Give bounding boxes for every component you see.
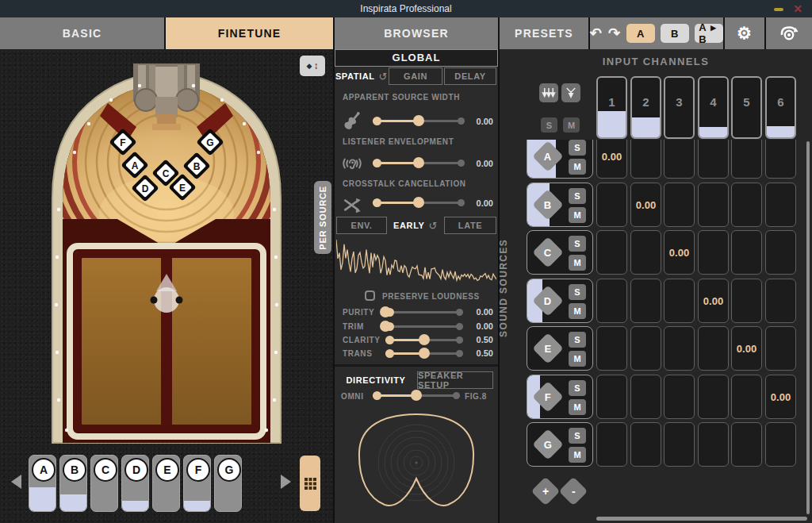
matrix-cell[interactable]: [664, 326, 695, 371]
slider-thumb[interactable]: [413, 157, 424, 168]
source-selector-card[interactable]: G: [214, 455, 242, 512]
slider-thumb[interactable]: [419, 334, 430, 345]
mute-button[interactable]: M: [569, 255, 586, 271]
tab-speaker-setup[interactable]: SPEAKER SETUP: [417, 371, 493, 389]
matrix-cell[interactable]: 0.00: [765, 375, 796, 419]
matrix-cell[interactable]: [664, 140, 695, 179]
per-source-tab[interactable]: PER SOURCE: [314, 181, 331, 254]
matrix-cell[interactable]: [731, 183, 762, 227]
matrix-cell[interactable]: 0.00: [698, 279, 729, 323]
crosstalk-slider[interactable]: [373, 196, 465, 209]
tab-env[interactable]: ENV.: [336, 217, 387, 234]
matrix-cell[interactable]: [698, 422, 729, 467]
mute-button[interactable]: M: [569, 207, 586, 223]
matrix-cell[interactable]: [765, 326, 796, 371]
source-card[interactable]: GSM: [527, 422, 593, 467]
matrix-cell[interactable]: [698, 230, 729, 275]
matrix-cell[interactable]: [765, 230, 796, 275]
matrix-cell[interactable]: [664, 422, 695, 467]
mute-button[interactable]: M: [569, 159, 586, 175]
copy-a-to-b-button[interactable]: A ▸ B: [695, 24, 723, 43]
slider-thumb[interactable]: [413, 115, 424, 126]
solo-button[interactable]: S: [569, 236, 586, 252]
matrix-cell[interactable]: [698, 183, 729, 227]
matrix-cell[interactable]: [698, 140, 729, 179]
source-selector-card[interactable]: D: [121, 455, 149, 512]
tab-directivity[interactable]: DIRECTIVITY: [338, 371, 414, 389]
source-card[interactable]: DSM: [527, 279, 593, 323]
selector-prev-arrow[interactable]: [11, 475, 21, 489]
solo-button[interactable]: S: [569, 380, 586, 396]
mute-all-button[interactable]: M: [563, 117, 580, 133]
slider-thumb[interactable]: [380, 306, 391, 317]
clarity-slider[interactable]: [385, 333, 463, 346]
matrix-cell[interactable]: [698, 326, 729, 371]
asw-slider[interactable]: [373, 114, 465, 127]
source-diamond[interactable]: G: [532, 429, 564, 460]
tab-early[interactable]: EARLY ↺: [389, 217, 442, 234]
matrix-cell[interactable]: [596, 422, 627, 467]
matrix-cell[interactable]: [630, 422, 661, 467]
preserve-loudness-checkbox[interactable]: [365, 290, 375, 301]
redo-icon[interactable]: ↷: [608, 25, 621, 41]
matrix-cell[interactable]: [630, 140, 661, 179]
mute-button[interactable]: M: [569, 399, 586, 415]
source-card[interactable]: BSM: [527, 183, 593, 227]
mute-button[interactable]: M: [569, 447, 586, 463]
matrix-cell[interactable]: [698, 375, 729, 419]
slider-thumb[interactable]: [411, 390, 422, 401]
reset-icon[interactable]: ↺: [428, 220, 438, 232]
tab-finetune[interactable]: FINETUNE: [166, 17, 333, 49]
tab-gain[interactable]: GAIN: [389, 67, 442, 85]
matrix-cell[interactable]: [596, 183, 627, 227]
matrix-cell[interactable]: [630, 326, 661, 371]
slider-track[interactable]: [385, 311, 463, 313]
matrix-cell[interactable]: [664, 279, 695, 323]
horizontal-scrollbar[interactable]: [596, 517, 807, 521]
matrix-cell[interactable]: 0.00: [731, 326, 762, 371]
tab-delay[interactable]: DELAY: [444, 67, 496, 85]
source-selector-card[interactable]: A: [29, 455, 56, 512]
matrix-cell[interactable]: [630, 375, 661, 419]
purity-slider[interactable]: [385, 306, 463, 318]
mute-button[interactable]: M: [569, 303, 586, 319]
matrix-cell[interactable]: [765, 279, 796, 323]
matrix-cell[interactable]: [630, 230, 661, 275]
vertical-scrollbar[interactable]: [806, 141, 810, 514]
matrix-cell[interactable]: [765, 183, 796, 227]
tab-late[interactable]: LATE: [444, 217, 496, 234]
tab-spatial[interactable]: SPATIAL ↺: [336, 67, 387, 85]
marker-height-button[interactable]: ◆ ↕: [300, 56, 325, 76]
matrix-cell[interactable]: [731, 230, 762, 275]
matrix-cell[interactable]: [596, 230, 627, 275]
solo-button[interactable]: S: [569, 140, 586, 156]
minimize-icon[interactable]: [774, 8, 783, 11]
tab-browser[interactable]: BROWSER: [335, 17, 498, 49]
matrix-cell[interactable]: [731, 279, 762, 323]
reset-icon[interactable]: ↺: [379, 71, 389, 83]
slider-thumb[interactable]: [419, 348, 430, 359]
tab-basic[interactable]: BASIC: [0, 17, 164, 49]
matrix-cell[interactable]: [630, 279, 661, 323]
matrix-cell[interactable]: [664, 375, 695, 419]
source-card[interactable]: FSM: [527, 375, 593, 419]
source-selector-card[interactable]: C: [90, 455, 118, 512]
trans-slider[interactable]: [385, 347, 463, 360]
mute-button[interactable]: M: [569, 351, 586, 367]
preset-b-button[interactable]: B: [661, 24, 689, 43]
tab-presets[interactable]: PRESETS: [500, 17, 588, 49]
matrix-view-button[interactable]: [300, 456, 320, 511]
solo-button[interactable]: S: [569, 188, 586, 204]
matrix-cell[interactable]: [596, 375, 627, 419]
matrix-cell[interactable]: 0.00: [596, 140, 627, 179]
source-diamond[interactable]: E: [532, 333, 564, 364]
source-selector-card[interactable]: B: [59, 455, 87, 512]
matrix-cell[interactable]: [596, 326, 627, 371]
envelopment-slider[interactable]: [373, 156, 465, 169]
matrix-cell[interactable]: [731, 375, 762, 419]
gear-icon[interactable]: ⚙: [737, 24, 753, 43]
matrix-cell[interactable]: [765, 422, 796, 467]
solo-button[interactable]: S: [569, 332, 586, 348]
wet-dry-swirl-icon[interactable]: [779, 23, 799, 44]
directivity-slider[interactable]: [373, 389, 460, 402]
